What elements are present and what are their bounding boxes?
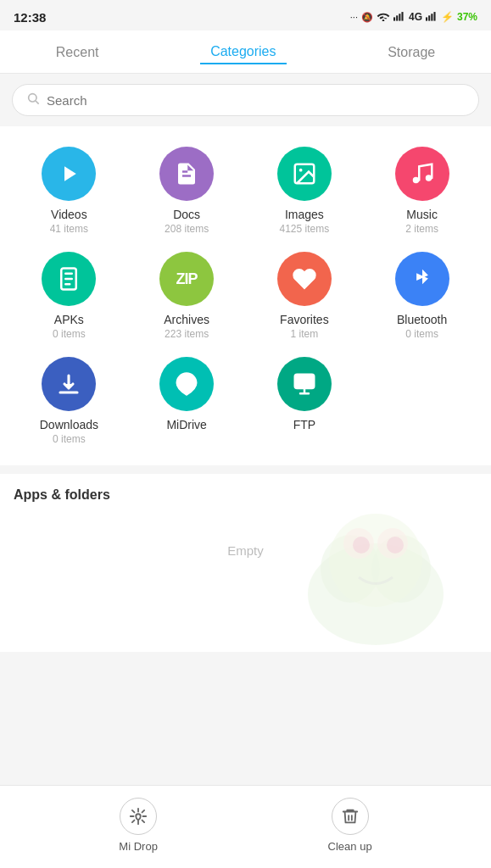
svg-line-9 bbox=[36, 101, 39, 104]
archives-label: Archives bbox=[164, 313, 209, 326]
search-bar[interactable] bbox=[12, 84, 479, 116]
images-label: Images bbox=[285, 208, 324, 221]
apks-count: 0 items bbox=[53, 328, 86, 340]
midrive-icon bbox=[159, 357, 214, 411]
docs-label: Docs bbox=[173, 208, 200, 221]
archives-icon: ZIP bbox=[159, 252, 214, 306]
status-time: 12:38 bbox=[14, 10, 46, 25]
categories-section: Videos 41 items Docs 208 items Images 41… bbox=[0, 126, 491, 465]
svg-point-8 bbox=[29, 94, 36, 102]
category-images[interactable]: Images 4125 items bbox=[249, 147, 360, 235]
archives-count: 223 items bbox=[165, 328, 209, 340]
category-apks[interactable]: APKs 0 items bbox=[14, 252, 125, 340]
music-count: 2 items bbox=[405, 223, 438, 235]
svg-rect-0 bbox=[393, 17, 395, 20]
midrive-label: MiDrive bbox=[166, 418, 206, 431]
ftp-icon bbox=[277, 357, 332, 411]
images-icon bbox=[277, 147, 332, 201]
svg-point-23 bbox=[353, 537, 370, 554]
battery-level: 37% bbox=[457, 11, 477, 23]
search-icon bbox=[26, 92, 40, 108]
categories-grid: Videos 41 items Docs 208 items Images 41… bbox=[0, 140, 491, 452]
apps-folders-section: Apps & folders Empty bbox=[0, 474, 491, 652]
signal2-icon bbox=[426, 11, 438, 23]
bottom-bar: Mi Drop Clean up bbox=[0, 785, 491, 868]
dots-icon: ··· bbox=[350, 12, 358, 22]
mute-icon: 🔕 bbox=[361, 12, 373, 23]
svg-point-13 bbox=[412, 177, 419, 184]
svg-point-24 bbox=[387, 537, 404, 554]
favorites-label: Favorites bbox=[280, 313, 329, 326]
svg-rect-3 bbox=[401, 12, 403, 21]
category-downloads[interactable]: Downloads 0 items bbox=[14, 357, 125, 445]
status-icons: ··· 🔕 4G ⚡ 37% bbox=[350, 11, 477, 23]
category-archives[interactable]: ZIP Archives 223 items bbox=[131, 252, 243, 340]
bluetooth-icon bbox=[395, 252, 449, 306]
videos-icon bbox=[42, 147, 96, 201]
category-midrive[interactable]: MiDrive bbox=[131, 357, 243, 445]
status-bar: 12:38 ··· 🔕 4G ⚡ 37% bbox=[0, 0, 491, 31]
music-icon bbox=[395, 147, 449, 201]
favorites-icon bbox=[277, 252, 332, 306]
svg-rect-4 bbox=[426, 17, 427, 20]
category-docs[interactable]: Docs 208 items bbox=[131, 147, 243, 235]
4g-label: 4G bbox=[409, 11, 422, 23]
cleanup-label: Clean up bbox=[328, 840, 372, 853]
images-count: 4125 items bbox=[280, 223, 330, 235]
svg-point-20 bbox=[329, 514, 422, 607]
search-input[interactable] bbox=[47, 93, 465, 108]
category-favorites[interactable]: Favorites 1 item bbox=[249, 252, 360, 340]
svg-rect-1 bbox=[396, 15, 398, 20]
svg-rect-6 bbox=[431, 14, 432, 20]
charge-icon: ⚡ bbox=[441, 11, 454, 23]
cleanup-icon bbox=[332, 798, 369, 835]
videos-label: Videos bbox=[51, 208, 87, 221]
category-bluetooth[interactable]: Bluetooth 0 items bbox=[366, 252, 477, 340]
category-music[interactable]: Music 2 items bbox=[366, 147, 477, 235]
svg-point-12 bbox=[299, 169, 303, 172]
wifi-icon bbox=[377, 11, 390, 23]
downloads-label: Downloads bbox=[40, 418, 98, 431]
category-ftp[interactable]: FTP bbox=[249, 357, 360, 445]
cleanup-action[interactable]: Clean up bbox=[328, 798, 372, 853]
midrop-action[interactable]: Mi Drop bbox=[119, 798, 158, 853]
mascot-image bbox=[265, 509, 477, 645]
midrop-label: Mi Drop bbox=[119, 840, 158, 853]
apks-label: APKs bbox=[54, 313, 84, 326]
favorites-count: 1 item bbox=[291, 328, 319, 340]
docs-count: 208 items bbox=[165, 223, 209, 235]
svg-rect-7 bbox=[433, 12, 435, 21]
downloads-icon bbox=[42, 357, 96, 411]
midrop-icon bbox=[120, 798, 157, 835]
svg-rect-5 bbox=[428, 15, 430, 20]
tab-bar: Recent Categories Storage bbox=[0, 31, 491, 74]
ftp-label: FTP bbox=[293, 418, 315, 431]
docs-icon bbox=[159, 147, 214, 201]
apps-folders-title: Apps & folders bbox=[14, 487, 477, 503]
category-videos[interactable]: Videos 41 items bbox=[14, 147, 125, 235]
tab-storage[interactable]: Storage bbox=[377, 42, 445, 64]
svg-rect-2 bbox=[399, 14, 400, 20]
tab-recent[interactable]: Recent bbox=[46, 42, 109, 64]
tab-categories[interactable]: Categories bbox=[200, 41, 286, 64]
mascot-area: Empty bbox=[14, 509, 477, 645]
svg-point-14 bbox=[425, 175, 432, 181]
svg-marker-10 bbox=[64, 166, 76, 181]
bluetooth-count: 0 items bbox=[405, 328, 438, 340]
bluetooth-label: Bluetooth bbox=[397, 313, 447, 326]
signal-icon bbox=[393, 11, 405, 23]
videos-count: 41 items bbox=[50, 223, 88, 235]
downloads-count: 0 items bbox=[53, 433, 86, 445]
apks-icon bbox=[42, 252, 96, 306]
music-label: Music bbox=[406, 208, 438, 221]
zip-text: ZIP bbox=[176, 270, 198, 288]
